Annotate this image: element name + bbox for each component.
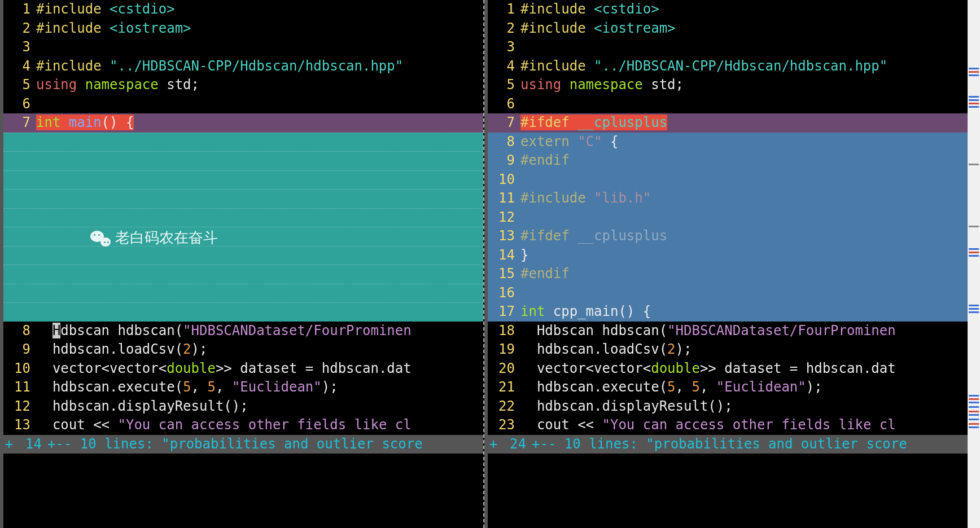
diff-filler-line	[3, 227, 483, 246]
code-line: 3	[3, 38, 483, 57]
diff-changed-line: 7 #ifdef __cplusplus	[488, 113, 968, 133]
code-line: 12 hdbscan.displayResult();	[3, 397, 483, 416]
line-number: 3	[3, 38, 36, 57]
watermark-text: 老白码农在奋斗	[115, 228, 218, 248]
code-line: 8 Hdbscan hdbscan("HDBSCANDataset/FourPr…	[3, 322, 483, 341]
minimap-marker	[969, 106, 979, 108]
code-line: 4 #include "../HDBSCAN-CPP/Hdbscan/hdbsc…	[488, 57, 968, 76]
minimap-marker	[969, 226, 979, 227]
code-line: 2 #include <iostream>	[3, 19, 483, 38]
code-line: 9 hdbscan.loadCsv(2);	[3, 340, 483, 359]
minimap-marker	[969, 414, 979, 416]
minimap-marker	[969, 305, 979, 306]
fold-plus-icon[interactable]: +	[488, 435, 499, 454]
diff-added-line: 16	[488, 284, 968, 303]
code-line: 2 #include <iostream>	[488, 19, 968, 38]
minimap-marker	[969, 252, 979, 253]
diff-added-line: 13 #ifdef __cplusplus	[488, 227, 968, 246]
line-number: 6	[488, 95, 520, 114]
code-line: 6	[3, 95, 483, 114]
line-number: 2	[488, 19, 520, 38]
fold-plus-icon[interactable]: +	[3, 435, 15, 454]
diff-added-line: 9 #endif	[488, 151, 968, 170]
diff-added-line: 14 }	[488, 246, 968, 265]
code-line: 22 hdbscan.displayResult();	[488, 397, 968, 416]
code-line: 4 #include "../HDBSCAN-CPP/Hdbscan/hdbsc…	[3, 57, 483, 76]
minimap-marker	[969, 71, 979, 73]
diff-filler-line	[3, 246, 483, 265]
code-line: 5 using namespace std;	[3, 76, 483, 95]
diff-filler-line	[3, 151, 483, 170]
diff-added-line: 10	[488, 170, 968, 190]
minimap-marker	[969, 255, 979, 257]
diff-changed-line: 7 int main() {	[3, 113, 483, 133]
minimap-marker	[969, 398, 979, 400]
diff-filler-line	[3, 133, 483, 152]
minimap-marker	[969, 406, 979, 408]
minimap-marker	[969, 99, 979, 101]
diff-filler-line	[3, 170, 483, 190]
diff-filler-line	[3, 208, 483, 227]
code-line: 11 hdbscan.execute(5, 5, "Euclidean");	[3, 378, 483, 397]
minimap-marker	[969, 308, 979, 310]
fold-row[interactable]: + 14 +-- 10 lines: "probabilities and ou…	[3, 435, 483, 454]
diff-pane-left[interactable]: 老白码农在奋斗 1 #include <cstdio> 2 #include <…	[0, 0, 484, 528]
wechat-icon	[90, 230, 111, 247]
line-number: 3	[488, 38, 520, 57]
diff-filler-line	[3, 284, 483, 303]
code-line: 13 cout << "You can access other fields …	[3, 416, 483, 435]
watermark: 老白码农在奋斗	[90, 228, 218, 248]
fold-text: +-- 10 lines: "probabilities and outlier…	[532, 435, 968, 454]
minimap-marker	[969, 411, 979, 412]
minimap-marker	[969, 426, 979, 428]
minimap-marker	[969, 311, 979, 313]
minimap-marker	[969, 96, 979, 98]
minimap-marker	[969, 423, 979, 425]
minimap-marker	[969, 395, 979, 397]
diff-added-line: 15 #endif	[488, 265, 968, 284]
minimap-marker	[969, 103, 979, 104]
line-number: 2	[3, 19, 36, 38]
line-number: 4	[3, 57, 36, 76]
minimap-scrollbar[interactable]	[968, 0, 980, 528]
code-line: 19 hdbscan.loadCsv(2);	[488, 340, 968, 359]
minimap-marker	[969, 68, 979, 69]
minimap-marker	[969, 402, 979, 403]
diff-added-line: 11 #include "lib.h"	[488, 189, 968, 208]
code-line: 18 Hdbscan hdbscan("HDBSCANDataset/FourP…	[488, 322, 968, 341]
code-line: 20 vector<vector<double>> dataset = hdbs…	[488, 359, 968, 379]
code-line: 1 #include <cstdio>	[488, 0, 968, 19]
code-line: 5 using namespace std;	[488, 76, 968, 95]
line-number: 5	[3, 76, 36, 95]
line-number: 6	[3, 95, 36, 114]
line-number: 5	[488, 76, 520, 95]
line-number: 1	[3, 0, 36, 19]
minimap-marker	[969, 74, 979, 76]
diff-filler-line	[3, 189, 483, 208]
minimap-marker	[969, 419, 979, 420]
minimap-marker	[969, 164, 979, 165]
diff-filler-line	[3, 265, 483, 284]
fold-text: +-- 10 lines: "probabilities and outlier…	[47, 435, 483, 454]
diff-added-line: 12	[488, 208, 968, 227]
minimap-marker	[969, 248, 979, 250]
code-line: 21 hdbscan.execute(5, 5, "Euclidean");	[488, 378, 968, 397]
code-line: 6	[488, 95, 968, 114]
diff-filler-line	[3, 302, 483, 322]
code-line: 3	[488, 38, 968, 57]
code-line: 10 vector<vector<double>> dataset = hdbs…	[3, 359, 483, 379]
line-number: 1	[488, 0, 520, 19]
diff-pane-right[interactable]: 1 #include <cstdio> 2 #include <iostream…	[484, 0, 968, 528]
diff-added-line: 8 extern "C" {	[488, 133, 968, 152]
line-number: 4	[488, 57, 520, 76]
code-line: 1 #include <cstdio>	[3, 0, 483, 19]
fold-row[interactable]: + 24 +-- 10 lines: "probabilities and ou…	[488, 435, 968, 454]
diff-added-line: 17 int cpp_main() {	[488, 302, 968, 322]
code-line: 23 cout << "You can access other fields …	[488, 416, 968, 435]
